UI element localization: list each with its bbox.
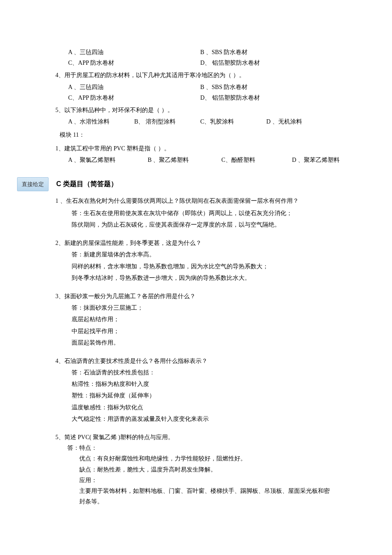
answer-line: 主要用于装饰材料，如塑料地板、门窗、百叶窗、楼梯扶手、踢脚板、吊顶板、屋面采光板… xyxy=(79,486,332,507)
module11-q1: 1、建筑工程中常用的 PVC 塑料是指（ ）。 xyxy=(55,143,332,154)
option-row: C、APP 防水卷材 D、 铝箔塑胶防水卷材 xyxy=(68,58,332,68)
option-c: C、乳胶涂料 xyxy=(200,116,266,127)
answer-line: 大气稳定性：用沥青的蒸发减量及针入度变化来表示 xyxy=(72,414,332,424)
answer-line: 面层起装饰作用。 xyxy=(72,337,332,348)
answer-line: 应用： xyxy=(79,475,332,486)
answer-line: 塑性：指标为延伸度（延伸率） xyxy=(72,390,332,401)
c4-answer: 答：石油沥青的技术性质包括： 粘滞性：指标为粘度和针入度 塑性：指标为延伸度（延… xyxy=(72,367,332,424)
answer-line: 粘滞性：指标为粘度和针入度 xyxy=(72,379,332,389)
question-5: 5、以下涂料品种中，对环保不利的是（ ）。 xyxy=(55,105,332,115)
option-c: C、酚醛塑料 xyxy=(221,155,292,165)
answer-line: 优点：有良好耐腐蚀性和电绝缘性，力学性能较好，阻燃性好。 xyxy=(79,453,332,464)
option-d: D、 铝箔塑胶防水卷材 xyxy=(200,58,332,68)
answer-line: 答：生石灰在使用前使灰浆在灰坑中储存（即陈伏）两周以上，以使石灰充分消化； xyxy=(72,208,332,219)
c1-answer: 答：生石灰在使用前使灰浆在灰坑中储存（即陈伏）两周以上，以使石灰充分消化； 陈伏… xyxy=(72,208,332,230)
answer-line: 到冬季水结冰时，导热系数进一步增大，因为病的导热系数比水大。 xyxy=(72,273,332,283)
answer-line: 同样的材料，含水率增加，导热系数也增加，因为水比空气的导热系数大； xyxy=(72,261,332,272)
option-c: C、APP 防水卷材 xyxy=(68,58,200,68)
option-a: A 、三毡四油 xyxy=(68,47,200,58)
option-b: B 、SBS 防水卷材 xyxy=(200,47,332,58)
c1-question: 1 、生石灰在熟化时为什么需要陈伏两周以上？陈伏期间在石灰表面需保留一层水有何作… xyxy=(55,196,332,207)
option-a: A 、聚氯乙烯塑料 xyxy=(68,155,148,165)
answer-line: 答：石油沥青的技术性质包括： xyxy=(72,367,332,378)
c4-question: 4、石油沥青的主要技术性质是什么？各用什么指标表示？ xyxy=(55,356,332,366)
qa-5: 5、简述 PVC( 聚氯乙烯 )塑料的特点与应用。 答：特点： 优点：有良好耐腐… xyxy=(60,432,332,507)
qa-2: 2、新建的房屋保温性能差，到冬季更甚，这是为什么？ 答：新建房屋墙体的含水率高。… xyxy=(60,238,332,283)
option-row: A 、水溶性涂料 B、 溶剂型涂料 C、乳胶涂料 D 、无机涂料 xyxy=(68,116,332,127)
page-root: A 、三毡四油 B 、SBS 防水卷材 C、APP 防水卷材 D、 铝箔塑胶防水… xyxy=(0,0,392,540)
c2-answer: 答：新建房屋墙体的含水率高。 同样的材料，含水率增加，导热系数也增加，因为水比空… xyxy=(72,249,332,283)
option-d: D 、聚苯乙烯塑料 xyxy=(292,155,363,165)
option-row: A 、聚氯乙烯塑料 B 、聚乙烯塑料 C、酚醛塑料 D 、聚苯乙烯塑料 xyxy=(68,155,363,165)
c5-question: 5、简述 PVC( 聚氯乙烯 )塑料的特点与应用。 xyxy=(55,432,332,443)
option-row: C、APP 防水卷材 D、 铝箔塑胶防水卷材 xyxy=(68,92,332,103)
option-row: A 、三毡四油 B 、SBS 防水卷材 xyxy=(68,47,332,58)
c5-answer: 答：特点： 优点：有良好耐腐蚀性和电绝缘性，力学性能较好，阻燃性好。 缺点：耐热… xyxy=(67,443,332,507)
answer-line: 陈伏期间，为防止石灰碳化，应使其表面保存一定厚度的水层，以与空气隔绝。 xyxy=(72,219,332,230)
option-c: C、APP 防水卷材 xyxy=(68,92,200,103)
badge-direct: 直接给定 xyxy=(17,177,49,191)
option-d: D 、无机涂料 xyxy=(266,116,332,127)
answer-line: 温度敏感性：指标为软化点 xyxy=(72,402,332,413)
question-4: 4、用于房屋工程的防水材料，以下几种尤其适用于寒冷地区的为（ ）。 xyxy=(55,70,332,81)
answer-line: 答：特点： xyxy=(67,443,332,453)
option-b: B 、SBS 防水卷材 xyxy=(200,82,332,92)
answer-line: 底层起粘结作用； xyxy=(72,314,332,325)
c3-answer: 答：抹面砂浆分三层施工； 底层起粘结作用； 中层起找平作用； 面层起装饰作用。 xyxy=(72,302,332,348)
answer-line: 答：抹面砂浆分三层施工； xyxy=(72,302,332,313)
section-c-heading-row: 直接给定 C 类题目（简答题） xyxy=(17,177,332,191)
c2-question: 2、新建的房屋保温性能差，到冬季更甚，这是为什么？ xyxy=(55,238,332,248)
option-row: A 、三毡四油 B 、SBS 防水卷材 xyxy=(68,82,332,92)
option-a: A 、水溶性涂料 xyxy=(68,116,134,127)
section-c-title: C 类题目（简答题） xyxy=(56,178,118,190)
answer-line: 缺点：耐热性差，脆性大，温度升高时易发生降解。 xyxy=(79,464,332,475)
qa-1: 1 、生石灰在熟化时为什么需要陈伏两周以上？陈伏期间在石灰表面需保留一层水有何作… xyxy=(60,196,332,230)
qa-4: 4、石油沥青的主要技术性质是什么？各用什么指标表示？ 答：石油沥青的技术性质包括… xyxy=(60,356,332,424)
answer-line: 答：新建房屋墙体的含水率高。 xyxy=(72,249,332,260)
option-b: B、 溶剂型涂料 xyxy=(134,116,200,127)
qa-3: 3、抹面砂浆一般分为几层施工？各层的作用是什么？ 答：抹面砂浆分三层施工； 底层… xyxy=(60,291,332,348)
option-a: A 、三毡四油 xyxy=(68,82,200,92)
option-d: D、 铝箔塑胶防水卷材 xyxy=(200,92,332,103)
c3-question: 3、抹面砂浆一般分为几层施工？各层的作用是什么？ xyxy=(55,291,332,302)
module-11-heading: 模块 11： xyxy=(60,129,332,140)
option-b: B 、聚乙烯塑料 xyxy=(148,155,222,165)
answer-line: 中层起找平作用； xyxy=(72,326,332,336)
content-column: A 、三毡四油 B 、SBS 防水卷材 C、APP 防水卷材 D、 铝箔塑胶防水… xyxy=(60,47,332,507)
